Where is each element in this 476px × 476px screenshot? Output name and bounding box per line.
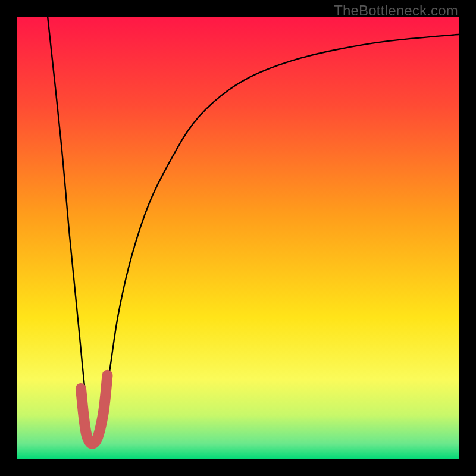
chart-frame: TheBottleneck.com [0, 0, 476, 476]
plot-area [17, 17, 459, 459]
plot-svg [17, 17, 459, 459]
